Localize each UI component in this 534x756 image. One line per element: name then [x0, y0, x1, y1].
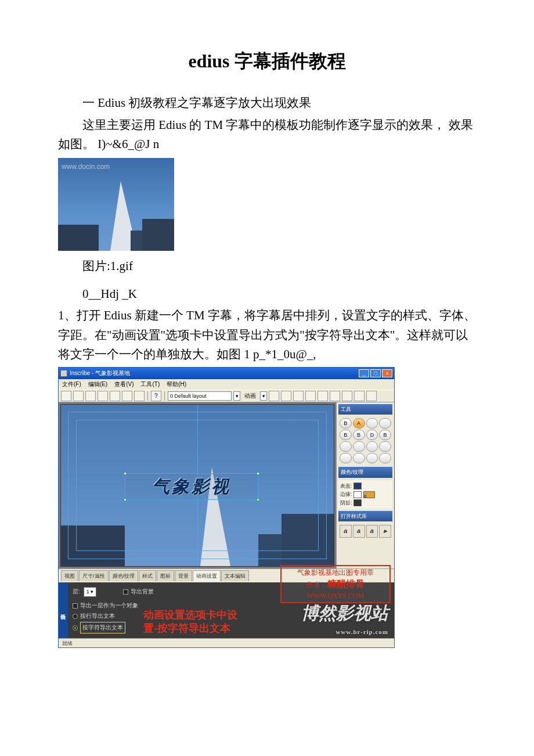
export-bg-checkbox[interactable] [123, 589, 128, 595]
toolbar-button[interactable] [269, 391, 279, 401]
opt1-label: 导出一层作为一个对象 [80, 601, 138, 610]
toolbar-button[interactable] [110, 391, 120, 401]
tool-button[interactable] [366, 453, 378, 463]
surface-label: 表面: [340, 483, 352, 489]
tab-size[interactable]: 尺寸/属性 [79, 570, 109, 581]
tool-button[interactable]: B [379, 430, 391, 440]
style-preset[interactable]: ▸ [379, 525, 391, 538]
toolbar-button[interactable] [73, 391, 84, 401]
tool-button[interactable]: B [353, 430, 365, 440]
menu-view[interactable]: 查看(V) [114, 380, 134, 389]
toolbar-button[interactable] [85, 391, 96, 401]
tab-view[interactable]: 视图 [61, 570, 78, 581]
tab-bg[interactable]: 背景 [175, 570, 192, 581]
tool-button[interactable] [353, 441, 365, 452]
title-textbox[interactable]: 气象影视 [125, 473, 258, 500]
preview-canvas[interactable]: 气象影视 [60, 404, 334, 567]
style-preset[interactable]: a [366, 525, 378, 538]
toolbar-button[interactable] [317, 391, 328, 401]
statusbar: 就绪 [59, 638, 394, 647]
dropdown-arrow-icon[interactable]: ▾ [233, 391, 240, 401]
author-stamp: 气象影视基地出图专用章 作者：糖醋排骨 WWW.QXYS.COM [280, 565, 391, 603]
color-panel-header: 颜色/纹理 [338, 467, 392, 477]
tools-panel-header: 工具 [338, 404, 392, 415]
toolbar-button[interactable] [98, 391, 108, 401]
style-preset[interactable]: a [353, 525, 365, 538]
opt3-label: 按字符导出文本 [80, 622, 125, 633]
shadow-label: 阴影: [340, 500, 352, 506]
site-watermark: 博然影视站 www.br-rip.com [301, 599, 388, 638]
tool-button[interactable] [353, 453, 365, 463]
opt1-checkbox[interactable] [73, 603, 78, 609]
style-panel-header: 打开样式库 [338, 511, 392, 521]
menu-file[interactable]: 文件(F) [62, 380, 81, 389]
tool-button[interactable] [340, 441, 352, 452]
titlebar[interactable]: Inscribe - 气象影视基地 _ □ × [59, 368, 394, 379]
tool-button[interactable]: B [340, 430, 352, 440]
toolbar-button[interactable] [281, 391, 291, 401]
style-preset[interactable]: a [340, 525, 352, 538]
figure-1-caption: 图片:1.gif [58, 257, 476, 276]
red-annotation: 动画设置选项卡中设 置-按字符导出文本 [143, 609, 237, 635]
menu-tools[interactable]: 工具(T) [140, 380, 160, 389]
anim-vtab[interactable]: 动画设 [59, 582, 68, 638]
tab-text-edit[interactable]: 文本编辑 [221, 570, 249, 581]
paragraph-4: 1、打开 Edius 新建一个 TM 字幕，将字幕居中排列，设置文字的样式、字体… [58, 306, 476, 365]
opt2-radio[interactable] [73, 614, 78, 619]
inscribe-window: Inscribe - 气象影视基地 _ □ × 文件(F) 编辑(E) 查看(V… [58, 367, 395, 648]
tool-button[interactable]: A [353, 418, 365, 429]
maximize-button[interactable]: □ [370, 369, 381, 377]
minimize-button[interactable]: _ [359, 369, 369, 377]
menu-help[interactable]: 帮助(H) [167, 380, 186, 389]
edge-swatch[interactable] [353, 491, 362, 498]
tab-icon[interactable]: 图标 [157, 570, 174, 581]
shadow-swatch[interactable] [353, 499, 362, 506]
paragraph-3: 0__Hdj _K [58, 285, 476, 304]
edge-swatch-2[interactable]: a [363, 491, 375, 498]
tools-grid: B A B B D B [338, 417, 392, 465]
menu-edit[interactable]: 编辑(E) [88, 380, 107, 389]
right-panel: 工具 B A B B D B 颜色/纹理 表面: [336, 402, 394, 568]
toolbar-button[interactable] [330, 391, 340, 401]
tool-button[interactable] [379, 453, 391, 463]
tool-button[interactable]: B [340, 418, 352, 429]
figure-1: www.docin.com [58, 158, 476, 251]
help-icon[interactable]: ? [151, 391, 161, 401]
opt3-radio[interactable] [73, 625, 78, 631]
tab-color[interactable]: 颜色/纹理 [109, 570, 139, 581]
paragraph-2: 这里主要运用 Edius 的 TM 字幕中的模板功能制作逐字显示的效果， 效果如… [58, 116, 476, 154]
tab-style[interactable]: 样式 [139, 570, 156, 581]
toolbar-button[interactable] [366, 391, 377, 401]
page-title: edius 字幕插件教程 [58, 46, 476, 76]
tool-button[interactable] [379, 418, 391, 429]
toolbar-button[interactable] [134, 391, 145, 401]
color-panel: 表面: 边缘: a 阴影: [338, 480, 392, 509]
anim-settings-panel: 动画设 层: 1 ▾ 导出背景 导出一层作为一个对象 按行导出文本 按字符导出文 [59, 582, 394, 638]
figure-1-watermark: www.docin.com [62, 161, 110, 172]
toolbar-button[interactable] [61, 391, 71, 401]
menubar: 文件(F) 编辑(E) 查看(V) 工具(T) 帮助(H) [59, 379, 394, 390]
dropdown-arrow-icon[interactable]: ▾ [260, 391, 267, 401]
opt2-label: 按行导出文本 [80, 611, 115, 621]
toolbar-button[interactable] [305, 391, 316, 401]
toolbar-button[interactable] [293, 391, 304, 401]
app-icon [60, 370, 67, 377]
toolbar-button[interactable] [354, 391, 365, 401]
anim-label: 动画 [244, 391, 256, 401]
layer-dropdown[interactable]: 1 ▾ [84, 587, 97, 596]
window-title: Inscribe - 气象影视基地 [70, 369, 130, 378]
style-row: a a a ▸ [338, 524, 392, 539]
tab-anim-settings[interactable]: 动画设置 [193, 570, 221, 581]
edge-label: 边缘: [340, 491, 352, 497]
tool-button[interactable] [366, 418, 378, 429]
surface-swatch[interactable] [353, 483, 362, 489]
layout-dropdown[interactable]: 0 Default layout [168, 391, 232, 401]
toolbar-button[interactable] [342, 391, 352, 401]
toolbar-button[interactable] [122, 391, 132, 401]
canvas-area: 气象影视 [59, 402, 336, 568]
tool-button[interactable]: D [366, 430, 378, 440]
tool-button[interactable] [379, 441, 391, 452]
tool-button[interactable] [366, 441, 378, 452]
close-button[interactable]: × [382, 369, 392, 377]
tool-button[interactable] [340, 453, 352, 463]
